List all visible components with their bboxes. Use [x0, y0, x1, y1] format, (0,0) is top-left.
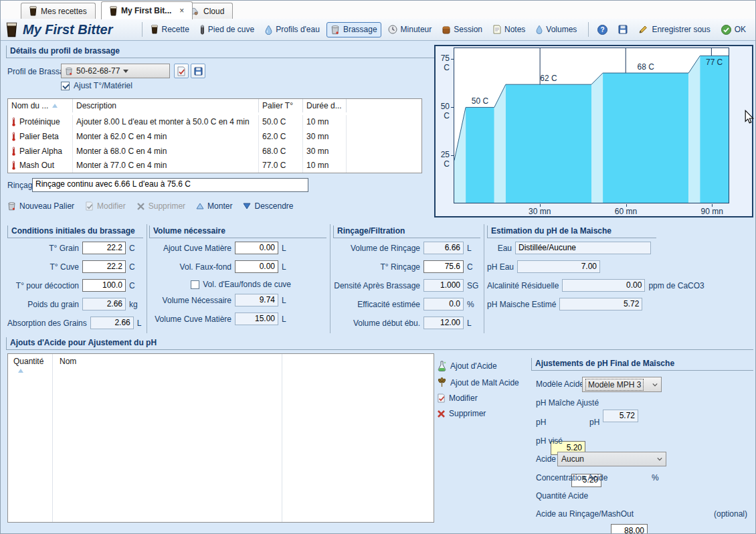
step-row-desc[interactable]: Monter à 77.0 C en 4 min	[73, 158, 259, 173]
add-acid-malt-button[interactable]: Ajout de Malt Acide	[437, 377, 519, 387]
thermometer-icon	[11, 132, 16, 141]
new-step-button[interactable]: Nouveau Palier	[7, 201, 74, 211]
beer-glass-icon	[29, 6, 37, 16]
ok-check-icon	[721, 25, 731, 35]
chart-canvas: 50 C62 C68 C77 C	[454, 48, 729, 203]
toolbar-pied-de-cuve[interactable]: Pied de cuve	[196, 22, 258, 37]
column-header-name[interactable]: Nom du ...	[8, 99, 73, 112]
delete-step-button[interactable]: Supprimer	[136, 201, 185, 211]
step-row-name[interactable]: Palier Alpha	[8, 144, 73, 159]
button-label: Descendre	[254, 201, 293, 211]
column-header-description[interactable]: Description	[73, 99, 259, 112]
step-row-desc[interactable]: Monter à 62.0 C en 4 min	[73, 129, 259, 144]
acid-combo[interactable]: Aucun	[557, 452, 666, 466]
field-unit: L	[134, 319, 149, 328]
decoction-temp-input[interactable]: 100.0	[82, 279, 126, 292]
step-row-name[interactable]: Mash Out	[8, 158, 73, 173]
toolbar-session[interactable]: Session	[438, 22, 486, 37]
clock-icon	[388, 25, 397, 34]
toolbar-save-as[interactable]: Enregistrer sous	[634, 22, 714, 37]
acid-additions-table: Quantité Nom	[7, 353, 434, 523]
toolbar-notes[interactable]: Notes	[489, 22, 529, 37]
column-header-quantity[interactable]: Quantité	[8, 354, 53, 522]
field-row: Poids du grain 2.66 kg	[7, 298, 141, 310]
ph-label: pH	[536, 418, 546, 427]
toolbar-volumes[interactable]: Volumes	[532, 22, 581, 37]
step-row-temp[interactable]: 62.0 C	[259, 129, 303, 144]
page-title: My First Bitter	[23, 22, 112, 37]
move-up-button[interactable]: Monter	[196, 201, 232, 211]
step-name: Palier Alpha	[19, 147, 62, 156]
add-acid-button[interactable]: Ajout d'Acide	[437, 361, 519, 371]
grain-temp-input[interactable]: 22.2	[82, 242, 126, 254]
step-row-duration[interactable]: 30 mn	[303, 129, 347, 144]
column-header-temp[interactable]: Palier T°	[259, 99, 303, 112]
toolbar-ok-button[interactable]: OK	[717, 22, 750, 37]
floppy-disk-icon	[618, 25, 628, 34]
toolbar-recette[interactable]: Recette	[147, 22, 193, 37]
axis-tick-mark	[451, 59, 454, 60]
false-bottom-input[interactable]: 0.00	[235, 260, 278, 273]
chart-plot-area: 50 C62 C68 C77 C	[454, 48, 729, 203]
axis-tick-label: 25 C	[436, 150, 450, 169]
edit-step-button[interactable]: Modifier	[85, 201, 126, 211]
column-header-name[interactable]: Nom	[53, 354, 282, 522]
field-label: T° Cuve	[7, 262, 82, 272]
acid-concentration-input[interactable]: 88.00	[611, 524, 648, 534]
adjust-temp-checkbox[interactable]	[61, 82, 70, 90]
delete-acid-button[interactable]: Supprimer	[437, 409, 519, 418]
axis-tick-label: 60 mn	[606, 207, 646, 216]
edit-acid-button[interactable]: Modifier	[437, 393, 519, 403]
steps-actions-row: Nouveau Palier Modifier Supprimer Monter…	[7, 201, 294, 211]
tun-temp-input[interactable]: 22.2	[82, 260, 126, 273]
field-label: Ajout Cuve Matière	[149, 244, 235, 253]
acid-model-combo[interactable]: Modèle MPH 3	[582, 377, 662, 392]
estimated-mash-ph-value: 5.72	[559, 298, 642, 310]
sparge-temp-input[interactable]: 75.6	[423, 260, 464, 273]
move-down-button[interactable]: Descendre	[243, 201, 293, 211]
svg-text:50 C: 50 C	[472, 96, 489, 106]
step-row-temp[interactable]: 77.0 C	[259, 158, 303, 173]
step-name: Mash Out	[19, 161, 54, 170]
save-profile-button[interactable]	[191, 64, 205, 78]
toolbar-profils-eau[interactable]: Profils d'eau	[261, 22, 324, 37]
step-row-temp[interactable]: 50.0 C	[259, 115, 303, 130]
svg-text:62 C: 62 C	[540, 74, 557, 83]
field-label: pH Eau	[487, 262, 517, 272]
field-row: Absorption des Grains 2.66 L	[7, 317, 141, 329]
beer-glass-icon	[6, 22, 17, 37]
step-row-duration[interactable]: 10 mn	[303, 115, 347, 130]
mash-profile-combo[interactable]: 50-62-68-77	[61, 64, 170, 78]
tab-close-icon[interactable]: ×	[179, 6, 184, 15]
step-row-name[interactable]: Protéinique	[8, 115, 73, 130]
field-row: pH Maische Estimé 5.72	[487, 298, 651, 310]
tun-addition-input[interactable]: 0.00	[235, 242, 278, 254]
toolbar-label: Profils d'eau	[276, 25, 320, 34]
section-conditions-header: Conditions initiales du brassage	[7, 226, 143, 238]
mouse-cursor	[745, 110, 755, 126]
step-name: Protéinique	[19, 117, 60, 126]
step-row-name[interactable]: Palier Beta	[8, 129, 73, 144]
step-row-temp[interactable]: 68.0 C	[259, 144, 303, 159]
sparge-description-input[interactable]: Rinçage continu avec 6.66 L d'eau à 75.6…	[32, 178, 308, 192]
water-drop-icon	[265, 25, 272, 35]
tab-mes-recettes[interactable]: Mes recettes	[21, 3, 96, 19]
column-header-duration[interactable]: Durée d...	[303, 99, 347, 112]
thermometer-icon	[11, 117, 16, 126]
axis-tick-mark	[626, 204, 627, 207]
axis-tick-mark	[540, 204, 541, 207]
validate-profile-button[interactable]	[174, 64, 189, 78]
toolbar-save-button[interactable]	[614, 22, 632, 37]
tab-my-first-bitter[interactable]: My First Bit... ×	[101, 1, 193, 19]
flask-icon	[437, 361, 447, 371]
toolbar-help-button[interactable]: ?	[593, 22, 611, 37]
toolbar-minuteur[interactable]: Minuteur	[384, 22, 436, 37]
deadspace-checkbox[interactable]	[191, 280, 199, 289]
step-row-duration[interactable]: 30 mn	[303, 144, 347, 159]
step-row-desc[interactable]: Ajouter 8.00 L d'eau et monter à 50.0 C …	[73, 115, 259, 130]
step-row-duration[interactable]: 10 mn	[303, 158, 347, 173]
step-row-empty	[347, 144, 421, 159]
toolbar-brassage[interactable]: Brassage	[326, 22, 381, 37]
toolbar-cancel-button[interactable]: Annul	[753, 22, 756, 37]
step-row-desc[interactable]: Monter à 68.0 C en 4 min	[73, 144, 259, 159]
